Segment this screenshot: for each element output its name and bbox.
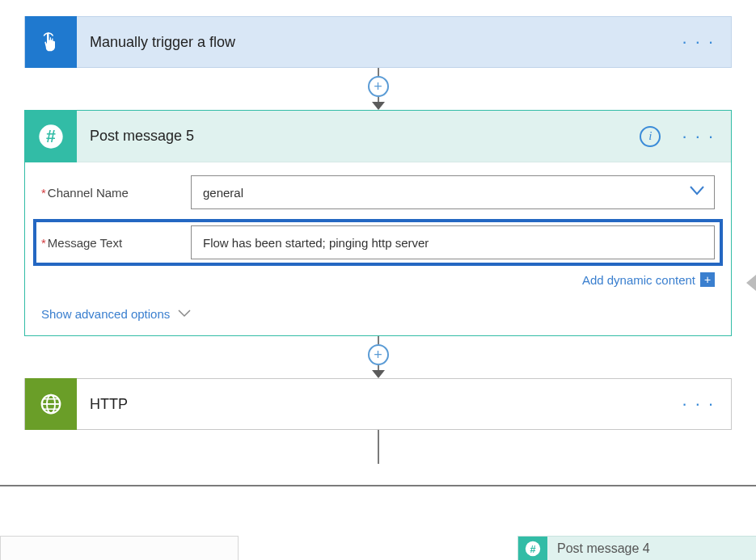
trigger-card[interactable]: Manually trigger a flow · · · <box>24 16 732 68</box>
http-more-button[interactable]: · · · <box>665 394 731 415</box>
dynamic-content-row: Add dynamic content + <box>41 272 715 287</box>
add-dynamic-content-link[interactable]: Add dynamic content <box>582 273 695 287</box>
message-text-input[interactable] <box>191 225 715 259</box>
message-text-label: *Message Text <box>41 236 191 250</box>
post-message-title: Post message 5 <box>90 128 640 145</box>
connector-add-2: + <box>24 336 732 378</box>
slack-hash-icon: # <box>518 537 547 561</box>
branch-right-title: Post message 4 <box>557 541 650 556</box>
edge-expand-icon[interactable] <box>746 275 756 291</box>
dynamic-content-plus-icon[interactable]: + <box>700 272 715 287</box>
globe-icon <box>25 378 77 430</box>
trigger-more-button[interactable]: · · · <box>665 32 731 53</box>
branch-right-card-partial[interactable]: # Post message 4 <box>517 536 756 560</box>
branch-vertical-line <box>378 430 379 464</box>
post-message-header[interactable]: # Post message 5 i · · · <box>25 111 731 162</box>
channel-name-select[interactable] <box>191 175 715 209</box>
trigger-title: Manually trigger a flow <box>90 34 665 51</box>
channel-name-label: *Channel Name <box>41 186 191 200</box>
add-step-button-2[interactable]: + <box>368 344 389 365</box>
svg-text:#: # <box>530 542 535 554</box>
manual-trigger-icon <box>25 16 77 68</box>
connector-add-1: + <box>24 68 732 110</box>
post-more-button[interactable]: · · · <box>665 126 731 147</box>
branch-left-card-partial[interactable] <box>0 536 239 560</box>
add-step-button-1[interactable]: + <box>368 76 389 97</box>
channel-name-row: *Channel Name <box>41 175 715 209</box>
show-advanced-options[interactable]: Show advanced options <box>41 306 715 321</box>
advanced-options-label: Show advanced options <box>41 307 170 321</box>
post-message-card: # Post message 5 i · · · *Channel Name <box>24 110 732 336</box>
http-title: HTTP <box>90 396 665 413</box>
http-card[interactable]: HTTP · · · <box>24 378 732 430</box>
info-icon[interactable]: i <box>640 126 661 147</box>
chevron-down-icon <box>178 306 191 321</box>
slack-hash-icon: # <box>25 111 77 162</box>
svg-text:#: # <box>46 126 56 145</box>
branch-horizontal-line <box>0 485 756 486</box>
message-text-highlight: *Message Text <box>33 219 723 266</box>
